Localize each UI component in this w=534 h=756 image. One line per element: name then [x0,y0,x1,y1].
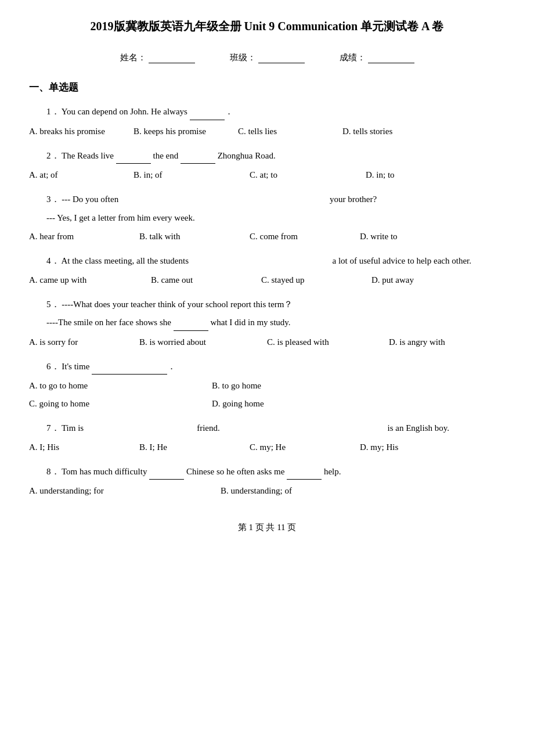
page-title: 2019版冀教版英语九年级全册 Unit 9 Communication 单元测… [29,17,505,35]
q6-option-d: D. going home [212,396,377,412]
q2-number: 2． [46,151,60,160]
q3-line2: --- Yes, I get a letter from him every w… [46,213,195,222]
q3-option-a: A. hear from [29,229,122,244]
q6-option-a: A. to go to home [29,378,194,394]
q8-number: 8． [46,467,60,476]
q7-option-a: A. I; His [29,440,122,455]
q1-blank [190,105,225,120]
q3-option-d: D. write to [360,229,447,244]
q7-option-b: B. I; He [139,440,232,455]
q6-option-c: C. going to home [29,396,194,412]
q5-number: 5． [46,300,60,309]
q6-blank [92,359,167,375]
q4-option-b: B. came out [151,272,244,288]
q5-line1: ----What does your teacher think of your… [62,300,293,309]
student-info: 姓名： 班级： 成绩： [29,52,505,63]
q1-option-d: D. tells stories [342,124,430,139]
q8-option-a: A. understanding; for [29,483,203,499]
q6-options: A. to go to home B. to go home C. going … [29,378,377,412]
q8-options: A. understanding; for B. understanding; … [29,483,505,499]
q4-options: A. came up with B. came out C. stayed up… [29,272,505,288]
q6-number: 6． [46,362,60,371]
question-3: 3． --- Do you often your brother? --- Ye… [29,192,505,244]
q3-option-b: B. talk with [139,229,232,244]
score-field: 成绩： [340,52,414,63]
q4-option-d: D. put away [371,272,459,288]
question-1: 1． You can depend on John. He always ． A… [29,105,505,139]
q3-number: 3． [46,195,60,204]
q2-option-c: C. at; to [250,167,348,183]
q2-option-a: A. at; of [29,167,116,183]
q5-line2: ----The smile on her face shows she [46,318,171,327]
q4-option-c: C. stayed up [261,272,354,288]
q7-option-d: D. my; His [360,440,447,455]
q2-options: A. at; of B. in; of C. at; to D. in; to [29,167,505,183]
q1-option-a: A. breaks his promise [29,124,116,139]
q7-text: Tim is friend. is an English boy. [62,423,449,433]
q6-option-b: B. to go home [212,378,377,394]
q5-option-c: C. is pleased with [267,334,371,350]
q5-options: A. is sorry for B. is worried about C. i… [29,334,505,350]
q5-blank [174,315,208,331]
q2-option-d: D. in; to [366,167,453,183]
question-2: 2． The Reads live the end Zhonghua Road.… [29,149,505,183]
q8-option-b: B. understanding; of [221,483,308,499]
question-8: 8． Tom has much difficulty Chinese so he… [29,465,505,499]
q1-option-b: B. keeps his promise [134,124,221,139]
q2-blank1 [116,149,151,164]
question-5: 5． ----What does your teacher think of y… [29,297,505,350]
section1-title: 一、单选题 [29,81,505,94]
q2-blank2 [181,149,215,164]
question-6: 6． It's time ． A. to go to home B. to go… [29,359,505,412]
q4-number: 4． [46,256,60,265]
page-footer: 第 1 页 共 11 页 [29,522,505,533]
name-field: 姓名： [120,52,195,63]
q8-text: Tom has much difficulty [62,467,147,476]
q1-option-c: C. tells lies [238,124,325,139]
class-field: 班级： [230,52,305,63]
q4-text: At the class meeting, all the students a… [61,256,471,265]
q3-line1: --- Do you often your brother? [62,195,377,204]
q5-option-b: B. is worried about [139,334,250,350]
q1-options: A. breaks his promise B. keeps his promi… [29,124,505,139]
question-4: 4． At the class meeting, all the student… [29,254,505,288]
q7-options: A. I; His B. I; He C. my; He D. my; His [29,440,505,455]
q5-option-a: A. is sorry for [29,334,122,350]
q1-number: 1． [46,107,60,116]
question-7: 7． Tim is friend. is an English boy. A. … [29,421,505,455]
q6-text: It's time [62,362,89,371]
q2-text: The Reads live [62,151,114,160]
q5-option-d: D. is angry with [389,334,476,350]
q4-option-a: A. came up with [29,272,134,288]
q8-blank1 [149,465,184,480]
q7-number: 7． [46,423,60,433]
q1-text: You can depend on John. He always [62,107,187,116]
q3-option-c: C. come from [250,229,342,244]
q3-options: A. hear from B. talk with C. come from D… [29,229,505,244]
q7-option-c: C. my; He [250,440,342,455]
q8-blank2 [287,465,322,480]
q2-option-b: B. in; of [134,167,232,183]
